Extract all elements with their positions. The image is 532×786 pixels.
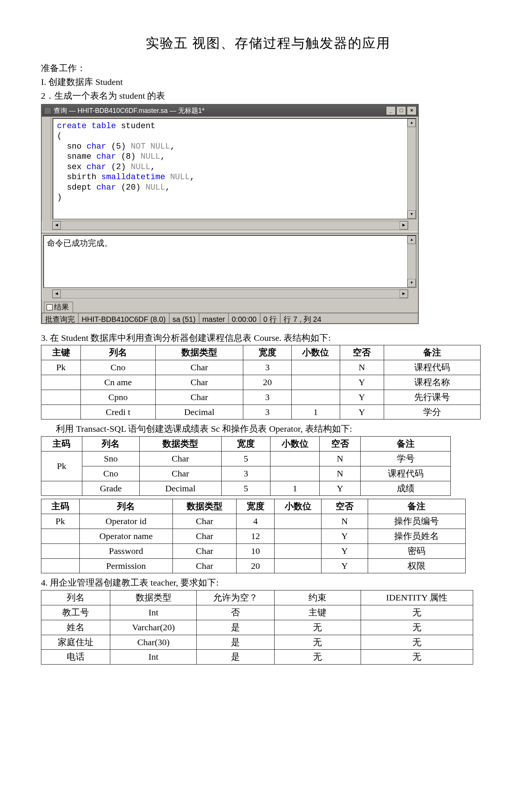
editor-hscrollbar[interactable]: ◀ ▶ — [52, 221, 408, 230]
editor-vscrollbar[interactable]: ▲ ▼ — [407, 119, 416, 219]
col-null: 空否 — [340, 345, 384, 360]
maximize-button[interactable]: □ — [396, 106, 406, 115]
table-row: 家庭住址Char(30)是无无 — [41, 635, 473, 650]
table-row: 姓名Varchar(20)是无无 — [41, 620, 473, 635]
step-3: 3. 在 Student 数据库中利用查询分析器创建课程信息表 Course. … — [41, 332, 495, 345]
sql-editor[interactable]: create table student ( sno char (5) NOT … — [53, 118, 417, 219]
status-time: 0:00:00 — [228, 313, 260, 323]
table-header-row: 列名数据类型允许为空？约束IDENTITY 属性 — [41, 590, 473, 605]
status-cursor: 行 7 , 列 24 — [280, 313, 418, 323]
results-pane[interactable]: 命令已成功完成。 ▲ ▼ — [43, 235, 417, 288]
query-analyzer-window: 查询 — HHIT-BDB410C6DF.master.sa — 无标题1* _… — [41, 104, 419, 324]
results-hscrollbar[interactable]: ◀ ▶ — [52, 289, 408, 298]
editor-gutter — [42, 117, 51, 221]
step-4: 4. 用企业管理器创建教工表 teacher, 要求如下: — [41, 576, 495, 589]
scroll-left-icon[interactable]: ◀ — [53, 290, 61, 298]
table-row: PkCnoChar3N课程代码 — [41, 360, 481, 375]
statusbar: 批查询完 HHIT-BDB410C6DF (8.0) sa (51) maste… — [42, 313, 418, 323]
step-1: I. 创建数据库 Student — [41, 76, 495, 89]
scroll-right-icon[interactable]: ▶ — [400, 290, 408, 298]
table-row: CnoChar3N课程代码 — [41, 466, 451, 481]
tab-results[interactable]: 结果 — [44, 302, 73, 313]
scroll-up-icon[interactable]: ▲ — [408, 236, 416, 244]
step-2: 2．生成一个表名为 student 的表 — [41, 89, 495, 102]
status-user: sa (51) — [169, 313, 199, 323]
close-button[interactable]: × — [407, 106, 417, 115]
document-page: 实验五 视图、存储过程与触发器的应用 准备工作： I. 创建数据库 Studen… — [0, 0, 532, 786]
table-row: 教工号Int否主键无 — [41, 605, 473, 620]
table-row: CpnoChar3Y先行课号 — [41, 390, 481, 405]
results-tab-icon — [47, 304, 53, 310]
scroll-down-icon[interactable]: ▼ — [408, 279, 416, 287]
status-rows: 0 行 — [260, 313, 281, 323]
table-row: PermissionChar20Y权限 — [41, 558, 466, 573]
col-scale: 小数位 — [292, 345, 340, 360]
sql-editor-content: create table student ( sno char (5) NOT … — [53, 119, 407, 219]
prep-label: 准备工作： — [41, 62, 495, 75]
window-titlebar[interactable]: 查询 — HHIT-BDB410C6DF.master.sa — 无标题1* _… — [42, 105, 418, 117]
scroll-right-icon[interactable]: ▶ — [400, 221, 408, 229]
table-header-row: 主码列名数据类型宽度小数位空否备注 — [41, 437, 451, 451]
table-course: 主键 列名 数据类型 宽度 小数位 空否 备注 PkCnoChar3N课程代码 … — [41, 345, 481, 419]
col-type: 数据类型 — [155, 345, 243, 360]
col-remark: 备注 — [384, 345, 480, 360]
col-pk: 主键 — [41, 345, 81, 360]
scroll-left-icon[interactable]: ◀ — [53, 221, 61, 229]
table-teacher: 列名数据类型允许为空？约束IDENTITY 属性 教工号Int否主键无 姓名Va… — [41, 590, 473, 665]
table-row: Credi tDecimal31Y学分 — [41, 405, 481, 419]
table-row: 电话Int是无无 — [41, 650, 473, 665]
results-message: 命令已成功完成。 — [44, 236, 407, 287]
table-sc: 主码列名数据类型宽度小数位空否备注 PkSnoChar5N学号 CnoChar3… — [41, 436, 451, 496]
col-name: 列名 — [81, 345, 155, 360]
table-header-row: 主码列名数据类型宽度小数位空否备注 — [41, 499, 466, 514]
table-row: Operator nameChar12Y操作员姓名 — [41, 529, 466, 543]
tab-label: 结果 — [54, 302, 69, 313]
scroll-up-icon[interactable]: ▲ — [408, 119, 416, 127]
minimize-button[interactable]: _ — [386, 106, 396, 115]
table-row: Cn ameChar20Y课程名称 — [41, 375, 481, 390]
status-db: master — [199, 313, 228, 323]
scroll-down-icon[interactable]: ▼ — [408, 210, 416, 219]
window-icon — [44, 107, 51, 114]
status-server: HHIT-BDB410C6DF (8.0) — [78, 313, 169, 323]
table-row: PasswordChar10Y密码 — [41, 543, 466, 558]
table-row: PkOperator idChar4N操作员编号 — [41, 514, 466, 529]
table-row: GradeDecimal51Y成绩 — [41, 481, 451, 496]
results-tabrow: 结果 — [42, 300, 418, 313]
window-title: 查询 — HHIT-BDB410C6DF.master.sa — 无标题1* — [54, 106, 386, 115]
table-row: PkSnoChar5N学号 — [41, 451, 451, 466]
status-state: 批查询完 — [42, 313, 78, 323]
results-vscrollbar[interactable]: ▲ ▼ — [407, 236, 416, 287]
note-sc-operator: 利用 Transact-SQL 语句创建选课成绩表 Sc 和操作员表 Opera… — [56, 422, 495, 435]
col-width: 宽度 — [243, 345, 292, 360]
table-operator: 主码列名数据类型宽度小数位空否备注 PkOperator idChar4N操作员… — [41, 499, 466, 573]
page-title: 实验五 视图、存储过程与触发器的应用 — [41, 34, 495, 53]
table-header-row: 主键 列名 数据类型 宽度 小数位 空否 备注 — [41, 345, 481, 360]
